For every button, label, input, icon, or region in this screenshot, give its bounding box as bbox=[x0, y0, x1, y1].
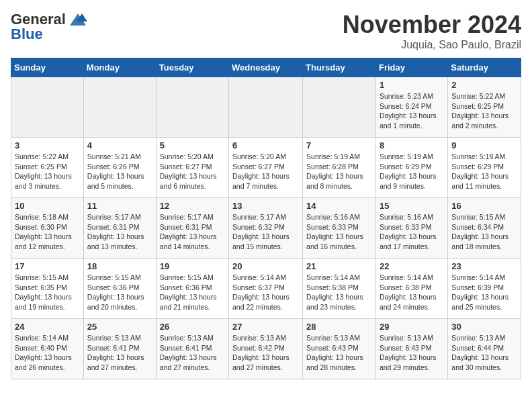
calendar-cell: 25Sunrise: 5:13 AM Sunset: 6:41 PM Dayli… bbox=[83, 319, 156, 379]
location-text: Juquia, Sao Paulo, Brazil bbox=[343, 39, 521, 51]
calendar-cell: 4Sunrise: 5:21 AM Sunset: 6:26 PM Daylig… bbox=[83, 138, 156, 198]
day-number: 6 bbox=[232, 140, 299, 150]
day-number: 21 bbox=[306, 261, 372, 271]
day-info: Sunrise: 5:22 AM Sunset: 6:25 PM Dayligh… bbox=[451, 91, 517, 131]
page-header: General Blue November 2024 Juquia, Sao P… bbox=[11, 11, 521, 51]
day-number: 10 bbox=[15, 201, 80, 211]
day-number: 26 bbox=[160, 322, 225, 332]
calendar-cell: 19Sunrise: 5:15 AM Sunset: 6:36 PM Dayli… bbox=[156, 259, 228, 319]
month-title: November 2024 bbox=[343, 11, 521, 39]
day-number: 13 bbox=[232, 201, 299, 211]
day-info: Sunrise: 5:13 AM Sunset: 6:41 PM Dayligh… bbox=[87, 333, 152, 373]
calendar-table: SundayMondayTuesdayWednesdayThursdayFrid… bbox=[11, 58, 521, 379]
calendar-week-2: 3Sunrise: 5:22 AM Sunset: 6:25 PM Daylig… bbox=[11, 138, 521, 198]
calendar-cell: 8Sunrise: 5:19 AM Sunset: 6:29 PM Daylig… bbox=[375, 138, 447, 198]
day-info: Sunrise: 5:13 AM Sunset: 6:41 PM Dayligh… bbox=[160, 333, 225, 373]
day-number: 25 bbox=[87, 322, 152, 332]
calendar-cell: 9Sunrise: 5:18 AM Sunset: 6:29 PM Daylig… bbox=[448, 138, 521, 198]
calendar-cell: 30Sunrise: 5:13 AM Sunset: 6:44 PM Dayli… bbox=[448, 319, 521, 379]
day-number: 22 bbox=[380, 261, 444, 271]
day-number: 14 bbox=[306, 201, 372, 211]
day-info: Sunrise: 5:15 AM Sunset: 6:35 PM Dayligh… bbox=[15, 273, 80, 312]
day-number: 8 bbox=[380, 140, 444, 150]
day-info: Sunrise: 5:17 AM Sunset: 6:31 PM Dayligh… bbox=[160, 212, 225, 252]
column-header-wednesday: Wednesday bbox=[229, 58, 303, 77]
day-number: 4 bbox=[87, 140, 152, 150]
day-number: 5 bbox=[160, 140, 225, 150]
day-info: Sunrise: 5:14 AM Sunset: 6:39 PM Dayligh… bbox=[451, 273, 517, 312]
day-info: Sunrise: 5:18 AM Sunset: 6:30 PM Dayligh… bbox=[15, 212, 80, 252]
calendar-cell: 6Sunrise: 5:20 AM Sunset: 6:27 PM Daylig… bbox=[229, 138, 303, 198]
calendar-cell bbox=[229, 77, 303, 138]
calendar-week-3: 10Sunrise: 5:18 AM Sunset: 6:30 PM Dayli… bbox=[11, 198, 521, 259]
day-info: Sunrise: 5:14 AM Sunset: 6:38 PM Dayligh… bbox=[306, 273, 372, 312]
calendar-cell: 26Sunrise: 5:13 AM Sunset: 6:41 PM Dayli… bbox=[156, 319, 228, 379]
day-info: Sunrise: 5:18 AM Sunset: 6:29 PM Dayligh… bbox=[451, 152, 517, 191]
day-info: Sunrise: 5:21 AM Sunset: 6:26 PM Dayligh… bbox=[87, 152, 152, 191]
day-info: Sunrise: 5:16 AM Sunset: 6:33 PM Dayligh… bbox=[306, 212, 372, 252]
column-header-saturday: Saturday bbox=[448, 58, 521, 77]
day-info: Sunrise: 5:14 AM Sunset: 6:37 PM Dayligh… bbox=[232, 273, 299, 312]
day-number: 12 bbox=[160, 201, 225, 211]
day-info: Sunrise: 5:13 AM Sunset: 6:42 PM Dayligh… bbox=[232, 333, 299, 373]
day-number: 24 bbox=[15, 322, 80, 332]
day-number: 18 bbox=[87, 261, 152, 271]
calendar-body: 1Sunrise: 5:23 AM Sunset: 6:24 PM Daylig… bbox=[11, 77, 521, 379]
day-info: Sunrise: 5:22 AM Sunset: 6:25 PM Dayligh… bbox=[15, 152, 80, 191]
day-info: Sunrise: 5:20 AM Sunset: 6:27 PM Dayligh… bbox=[160, 152, 225, 191]
day-info: Sunrise: 5:15 AM Sunset: 6:36 PM Dayligh… bbox=[87, 273, 152, 312]
calendar-week-5: 24Sunrise: 5:14 AM Sunset: 6:40 PM Dayli… bbox=[11, 319, 521, 379]
calendar-cell: 24Sunrise: 5:14 AM Sunset: 6:40 PM Dayli… bbox=[11, 319, 84, 379]
calendar-cell: 11Sunrise: 5:17 AM Sunset: 6:31 PM Dayli… bbox=[83, 198, 156, 259]
day-info: Sunrise: 5:13 AM Sunset: 6:43 PM Dayligh… bbox=[306, 333, 372, 373]
calendar-cell: 1Sunrise: 5:23 AM Sunset: 6:24 PM Daylig… bbox=[375, 77, 447, 138]
day-number: 9 bbox=[451, 140, 517, 150]
calendar-cell: 21Sunrise: 5:14 AM Sunset: 6:38 PM Dayli… bbox=[303, 259, 376, 319]
column-header-tuesday: Tuesday bbox=[156, 58, 228, 77]
day-number: 3 bbox=[15, 140, 80, 150]
calendar-week-1: 1Sunrise: 5:23 AM Sunset: 6:24 PM Daylig… bbox=[11, 77, 521, 138]
logo-blue-text: Blue bbox=[11, 26, 43, 43]
day-info: Sunrise: 5:14 AM Sunset: 6:38 PM Dayligh… bbox=[380, 273, 444, 312]
title-block: November 2024 Juquia, Sao Paulo, Brazil bbox=[343, 11, 521, 51]
calendar-cell: 28Sunrise: 5:13 AM Sunset: 6:43 PM Dayli… bbox=[303, 319, 376, 379]
calendar-cell: 18Sunrise: 5:15 AM Sunset: 6:36 PM Dayli… bbox=[83, 259, 156, 319]
day-info: Sunrise: 5:23 AM Sunset: 6:24 PM Dayligh… bbox=[380, 91, 444, 131]
calendar-cell bbox=[11, 77, 84, 138]
day-info: Sunrise: 5:17 AM Sunset: 6:32 PM Dayligh… bbox=[232, 212, 299, 252]
column-header-friday: Friday bbox=[375, 58, 447, 77]
column-header-sunday: Sunday bbox=[11, 58, 84, 77]
logo: General Blue bbox=[11, 11, 87, 43]
day-info: Sunrise: 5:13 AM Sunset: 6:44 PM Dayligh… bbox=[451, 333, 517, 373]
day-number: 27 bbox=[232, 322, 299, 332]
calendar-cell: 12Sunrise: 5:17 AM Sunset: 6:31 PM Dayli… bbox=[156, 198, 228, 259]
calendar-cell bbox=[83, 77, 156, 138]
calendar-cell: 5Sunrise: 5:20 AM Sunset: 6:27 PM Daylig… bbox=[156, 138, 228, 198]
calendar-cell: 23Sunrise: 5:14 AM Sunset: 6:39 PM Dayli… bbox=[448, 259, 521, 319]
calendar-header-row: SundayMondayTuesdayWednesdayThursdayFrid… bbox=[11, 58, 521, 77]
day-number: 17 bbox=[15, 261, 80, 271]
logo-icon bbox=[69, 12, 87, 27]
calendar-cell: 17Sunrise: 5:15 AM Sunset: 6:35 PM Dayli… bbox=[11, 259, 84, 319]
day-number: 1 bbox=[380, 80, 444, 90]
day-number: 2 bbox=[451, 80, 517, 90]
day-number: 19 bbox=[160, 261, 225, 271]
column-header-monday: Monday bbox=[83, 58, 156, 77]
day-info: Sunrise: 5:19 AM Sunset: 6:28 PM Dayligh… bbox=[306, 152, 372, 191]
day-info: Sunrise: 5:19 AM Sunset: 6:29 PM Dayligh… bbox=[380, 152, 444, 191]
calendar-cell: 3Sunrise: 5:22 AM Sunset: 6:25 PM Daylig… bbox=[11, 138, 84, 198]
day-info: Sunrise: 5:15 AM Sunset: 6:34 PM Dayligh… bbox=[451, 212, 517, 252]
calendar-week-4: 17Sunrise: 5:15 AM Sunset: 6:35 PM Dayli… bbox=[11, 259, 521, 319]
day-number: 20 bbox=[232, 261, 299, 271]
day-number: 7 bbox=[306, 140, 372, 150]
calendar-cell: 7Sunrise: 5:19 AM Sunset: 6:28 PM Daylig… bbox=[303, 138, 376, 198]
column-header-thursday: Thursday bbox=[303, 58, 376, 77]
calendar-cell: 10Sunrise: 5:18 AM Sunset: 6:30 PM Dayli… bbox=[11, 198, 84, 259]
day-info: Sunrise: 5:17 AM Sunset: 6:31 PM Dayligh… bbox=[87, 212, 152, 252]
day-info: Sunrise: 5:15 AM Sunset: 6:36 PM Dayligh… bbox=[160, 273, 225, 312]
calendar-cell bbox=[303, 77, 376, 138]
day-number: 30 bbox=[451, 322, 517, 332]
calendar-cell: 2Sunrise: 5:22 AM Sunset: 6:25 PM Daylig… bbox=[448, 77, 521, 138]
calendar-cell: 20Sunrise: 5:14 AM Sunset: 6:37 PM Dayli… bbox=[229, 259, 303, 319]
calendar-cell: 29Sunrise: 5:13 AM Sunset: 6:43 PM Dayli… bbox=[375, 319, 447, 379]
